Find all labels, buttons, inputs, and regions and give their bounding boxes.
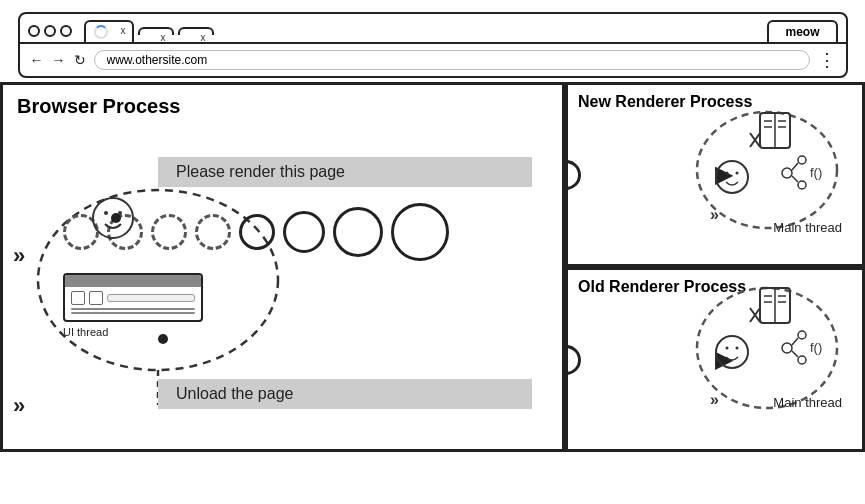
svg-point-16 bbox=[736, 172, 739, 175]
ui-line-2 bbox=[71, 312, 195, 314]
svg-point-2 bbox=[93, 198, 133, 238]
old-renderer-border-circle bbox=[565, 345, 581, 375]
dot3 bbox=[60, 25, 72, 37]
ui-thread-label: UI thread bbox=[63, 326, 203, 338]
ui-icon-back bbox=[71, 291, 85, 305]
tab-2[interactable]: x bbox=[138, 27, 174, 35]
svg-point-35 bbox=[736, 347, 739, 350]
svg-text:f(): f() bbox=[810, 340, 822, 355]
reload-button[interactable]: ↻ bbox=[74, 52, 86, 68]
chevrons-outgoing: » bbox=[13, 393, 25, 419]
svg-line-40 bbox=[792, 351, 798, 357]
ui-line-1 bbox=[71, 308, 195, 310]
old-renderer-process: Old Renderer Process ▶ bbox=[565, 267, 865, 452]
svg-point-38 bbox=[798, 356, 806, 364]
circle-7 bbox=[333, 207, 383, 257]
ui-addressbar bbox=[107, 294, 195, 302]
svg-point-3 bbox=[104, 211, 108, 215]
new-renderer-process: New Renderer Process ▶ bbox=[565, 82, 865, 267]
path-dot-2 bbox=[158, 334, 168, 344]
unload-message-bubble: Unload the page bbox=[158, 379, 532, 409]
circle-3 bbox=[151, 214, 187, 250]
render-message-bubble: Please render this page bbox=[158, 157, 532, 187]
back-button[interactable]: ← bbox=[30, 52, 44, 68]
address-bar: ← → ↻ ⋮ bbox=[20, 44, 846, 76]
svg-point-14 bbox=[716, 161, 748, 193]
browser-chrome: x x x meow ← → ↻ ⋮ bbox=[18, 12, 848, 78]
svg-point-15 bbox=[726, 172, 729, 175]
loading-spinner bbox=[94, 25, 108, 39]
ui-icon-fwd bbox=[89, 291, 103, 305]
svg-point-36 bbox=[782, 343, 792, 353]
svg-point-4 bbox=[118, 211, 122, 215]
window-dots bbox=[28, 25, 72, 37]
dot2 bbox=[44, 25, 56, 37]
meow-tab[interactable]: meow bbox=[767, 20, 837, 42]
svg-point-19 bbox=[798, 181, 806, 189]
dot1 bbox=[28, 25, 40, 37]
svg-line-21 bbox=[792, 176, 798, 182]
new-renderer-border-circle bbox=[565, 160, 581, 190]
browser-process-label: Browser Process bbox=[3, 85, 562, 128]
svg-point-37 bbox=[798, 331, 806, 339]
tab-close-2[interactable]: x bbox=[161, 32, 166, 43]
tab-1[interactable]: x bbox=[84, 20, 134, 42]
tab-close-1[interactable]: x bbox=[121, 25, 126, 36]
tab-close-3[interactable]: x bbox=[201, 32, 206, 43]
forward-button[interactable]: → bbox=[52, 52, 66, 68]
ui-thread-inner bbox=[65, 287, 201, 320]
new-renderer-char-area: f() » Main thread bbox=[692, 105, 842, 235]
ui-thread-box bbox=[63, 273, 203, 322]
svg-point-34 bbox=[726, 347, 729, 350]
circle-6 bbox=[283, 211, 325, 253]
svg-line-20 bbox=[792, 163, 798, 170]
circle-8 bbox=[391, 203, 449, 261]
new-renderer-char-svg: f() » bbox=[692, 105, 842, 235]
right-panel: New Renderer Process ▶ bbox=[565, 82, 865, 452]
tab-bar: x x x meow bbox=[20, 14, 846, 44]
svg-line-39 bbox=[792, 338, 798, 345]
browser-process-panel: Browser Process Please render this page … bbox=[0, 82, 565, 452]
svg-text:»: » bbox=[710, 206, 719, 223]
chevrons-incoming: » bbox=[13, 243, 25, 269]
circle-5 bbox=[239, 214, 275, 250]
new-renderer-main-thread: Main thread bbox=[773, 220, 842, 235]
ui-thread: UI thread bbox=[63, 273, 203, 338]
old-renderer-char-area: f() » Main thread bbox=[692, 280, 842, 420]
svg-point-18 bbox=[798, 156, 806, 164]
old-renderer-main-thread: Main thread bbox=[773, 395, 842, 410]
main-content: Browser Process Please render this page … bbox=[0, 82, 865, 452]
circle-4 bbox=[195, 214, 231, 250]
menu-icon[interactable]: ⋮ bbox=[818, 49, 836, 71]
svg-point-17 bbox=[782, 168, 792, 178]
tab-3[interactable]: x bbox=[178, 27, 214, 35]
ui-thread-titlebar bbox=[65, 275, 201, 287]
svg-text:f(): f() bbox=[810, 165, 822, 180]
smiley-face bbox=[88, 193, 138, 247]
url-input[interactable] bbox=[94, 50, 810, 70]
svg-point-33 bbox=[716, 336, 748, 368]
svg-text:»: » bbox=[710, 391, 719, 408]
